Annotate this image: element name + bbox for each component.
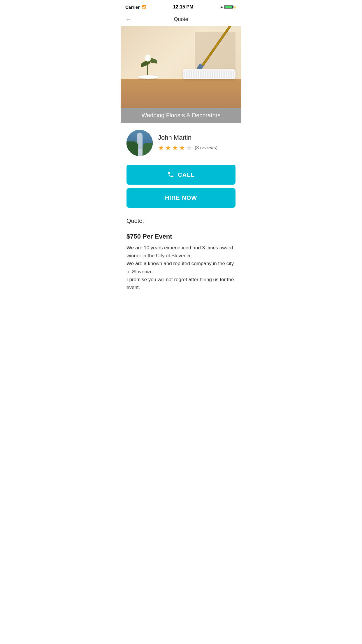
phone-icon [167, 171, 174, 178]
stars: ★ ★ ★ ★ ★ [158, 144, 192, 152]
battery-fill [225, 6, 232, 8]
nav-bar: ← Quote [121, 13, 241, 26]
quote-section: Quote: $750 Per Event We are 10 years ex… [121, 211, 241, 291]
quote-price: $750 Per Event [126, 233, 236, 240]
provider-info: John Martin ★ ★ ★ ★ ★ (3 reviews) [158, 134, 236, 152]
quote-description: We are 10 years experienced and 3 times … [126, 244, 236, 291]
status-carrier: Carrier 📶 [125, 5, 146, 10]
hero-image [121, 26, 241, 108]
review-count: (3 reviews) [195, 145, 217, 150]
hero-background [121, 26, 241, 108]
category-title: Wedding Florists & Decorators [142, 112, 221, 118]
star-5: ★ [186, 144, 192, 152]
bolt-icon: ⚡ [233, 6, 237, 9]
avatar [126, 130, 153, 156]
floor [121, 79, 241, 108]
cliff-left [126, 141, 138, 156]
avatar-waterfall [126, 130, 153, 156]
buttons-section: CALL HIRE NOW [121, 162, 241, 211]
location-icon: ➤ [220, 5, 223, 9]
plant-base [138, 75, 159, 79]
rating-row: ★ ★ ★ ★ ★ (3 reviews) [158, 144, 236, 152]
carrier-text: Carrier [125, 5, 140, 10]
star-4: ★ [179, 144, 185, 152]
hire-button[interactable]: HIRE NOW [126, 188, 236, 208]
star-3: ★ [172, 144, 178, 152]
star-1: ★ [158, 144, 164, 152]
status-right: ➤ ⚡ [220, 5, 237, 9]
battery: ⚡ [224, 5, 237, 9]
mop-head [183, 69, 236, 79]
call-button[interactable]: CALL [126, 165, 236, 185]
plant-flower [145, 55, 150, 61]
call-label: CALL [178, 172, 194, 178]
status-time: 12:15 PM [173, 4, 193, 10]
status-bar: Carrier 📶 12:15 PM ➤ ⚡ [121, 0, 241, 13]
wifi-icon: 📶 [141, 5, 146, 9]
star-2: ★ [165, 144, 171, 152]
quote-header: Quote: [126, 218, 236, 228]
cliff-right [143, 143, 153, 156]
nav-title: Quote [174, 16, 188, 22]
mop-scene [121, 26, 241, 108]
provider-section: John Martin ★ ★ ★ ★ ★ (3 reviews) [121, 123, 241, 162]
category-banner: Wedding Florists & Decorators [121, 108, 241, 123]
battery-body [224, 5, 233, 9]
provider-name: John Martin [158, 134, 236, 141]
back-button[interactable]: ← [125, 16, 132, 23]
